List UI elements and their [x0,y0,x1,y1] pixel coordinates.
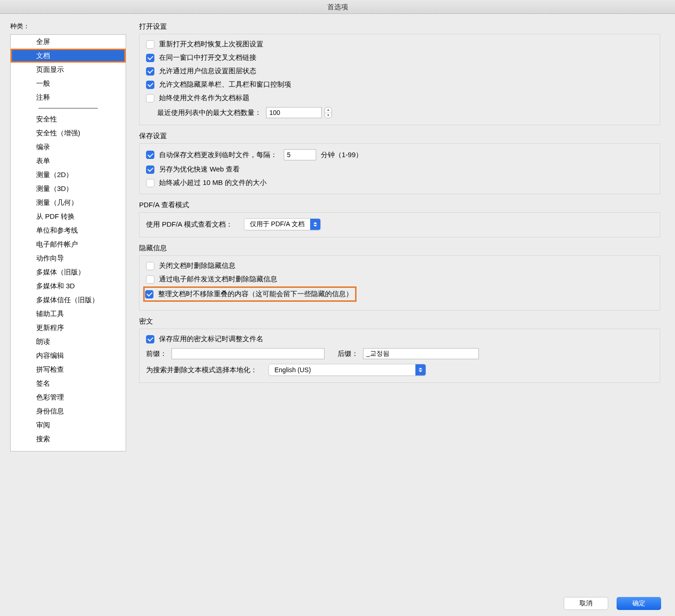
section-redact: 保存应用的密文标记时调整文件名 前缀： 后缀： 为搜索并删除文本模式选择本地化：… [139,329,660,383]
section-redact-title: 密文 [139,317,660,326]
sidebar-item-measure-2d[interactable]: 测量（2D） [11,168,126,182]
section-pdfa: 使用 PDF/A 模式查看文档： 仅用于 PDF/A 文档 [139,212,660,237]
sidebar-item-multimedia-3d[interactable]: 多媒体和 3D [11,279,126,293]
sidebar-divider [38,108,98,108]
sidebar-item-general[interactable]: 一般 [11,76,126,90]
sidebar-item-commenting[interactable]: 注释 [11,90,126,104]
cancel-button[interactable]: 取消 [564,597,608,610]
pdfa-mode-label: 使用 PDF/A 模式查看文档： [146,220,233,229]
chevron-updown-icon [310,219,320,230]
sidebar-item-spelling[interactable]: 拼写检查 [11,362,126,376]
autosave-label: 自动保存文档更改到临时文件，每隔： [159,151,277,159]
sidebar-item-fullscreen[interactable]: 全屏 [11,35,126,49]
overlap-checkbox[interactable] [145,290,153,298]
section-open-title: 打开设置 [139,22,660,31]
overlap-label: 整理文档时不移除重叠的内容（这可能会留下一些隐藏的信息） [158,290,353,298]
recent-docs-input[interactable] [266,107,322,118]
reduce-size-label: 始终减小超过 10 MB 的文件的大小 [159,178,267,187]
sidebar-item-measure-geo[interactable]: 测量（几何） [11,196,126,210]
pdfa-mode-value: 仅用于 PDF/A 文档 [244,220,310,229]
sidebar-item-email[interactable]: 电子邮件帐户 [11,237,126,251]
use-filename-label: 始终使用文件名作为文档标题 [159,94,249,102]
sidebar-item-content-editing[interactable]: 内容编辑 [11,349,126,362]
fast-web-checkbox[interactable] [146,165,154,174]
chevron-updown-icon [415,364,426,375]
sidebar-item-multimedia-trust[interactable]: 多媒体信任（旧版） [11,293,126,307]
sidebar-item-forms[interactable]: 表单 [11,154,126,168]
sidebar-item-convert-from-pdf[interactable]: 从 PDF 转换 [11,210,126,223]
sidebar-item-signatures[interactable]: 签名 [11,376,126,390]
sidebar-item-security[interactable]: 安全性 [11,112,126,126]
cross-doc-checkbox[interactable] [146,54,154,62]
section-open: 重新打开文档时恢复上次视图设置 在同一窗口中打开交叉文档链接 允许通过用户信息设… [139,34,660,125]
pdfa-mode-select[interactable]: 仅用于 PDF/A 文档 [244,218,321,230]
localization-label: 为搜索并删除文本模式选择本地化： [146,366,257,375]
sidebar-item-color[interactable]: 色彩管理 [11,390,126,404]
restore-view-checkbox[interactable] [146,40,154,49]
sidebar-item-reading[interactable]: 朗读 [11,335,126,349]
hide-ui-label: 允许文档隐藏菜单栏、工具栏和窗口控制项 [159,80,291,89]
layer-state-checkbox[interactable] [146,67,154,76]
recent-docs-stepper[interactable]: ▲ ▼ [325,107,332,118]
stepper-down-icon[interactable]: ▼ [325,113,331,118]
sidebar-item-updater[interactable]: 更新程序 [11,321,126,335]
section-save-title: 保存设置 [139,132,660,140]
stepper-up-icon[interactable]: ▲ [325,108,331,113]
sidebar-item-multimedia-legacy[interactable]: 多媒体（旧版） [11,265,126,279]
hide-ui-checkbox[interactable] [146,81,154,89]
use-filename-checkbox[interactable] [146,94,154,102]
categories-label: 种类： [10,22,126,31]
sidebar-item-review[interactable]: 审阅 [11,418,126,432]
adjust-filename-checkbox[interactable] [146,335,154,343]
suffix-label: 后缀： [338,349,358,358]
fast-web-label: 另存为优化快速 Web 查看 [159,165,240,174]
sidebar-item-page-display[interactable]: 页面显示 [11,63,126,76]
adjust-filename-label: 保存应用的密文标记时调整文件名 [159,335,263,343]
cross-doc-label: 在同一窗口中打开交叉文档链接 [159,53,256,62]
section-pdfa-title: PDF/A 查看模式 [139,201,660,210]
hidden-on-close-label: 关闭文档时删除隐藏信息 [159,261,236,270]
suffix-input[interactable] [363,348,479,359]
recent-docs-label: 最近使用列表中的最大文档数量： [157,108,261,117]
prefix-input[interactable] [172,348,325,359]
window-title: 首选项 [0,0,675,14]
section-hidden-title: 隐藏信息 [139,244,660,253]
autosave-suffix: 分钟（1-99） [321,151,363,159]
sidebar-item-action-wizard[interactable]: 动作向导 [11,251,126,265]
categories-list[interactable]: 全屏 文档 页面显示 一般 注释 安全性 安全性（增强) 编录 表单 测量（2D… [10,34,126,451]
hidden-on-email-checkbox[interactable] [146,275,154,284]
autosave-input[interactable] [284,149,316,160]
sidebar-item-security-enhanced[interactable]: 安全性（增强) [11,126,126,140]
sidebar-item-measure-3d[interactable]: 测量（3D） [11,182,126,196]
autosave-checkbox[interactable] [146,151,154,159]
hidden-on-email-label: 通过电子邮件发送文档时删除隐藏信息 [159,275,277,284]
restore-view-label: 重新打开文档时恢复上次视图设置 [159,40,263,49]
prefix-label: 前缀： [146,349,167,358]
layer-state-label: 允许通过用户信息设置图层状态 [159,67,256,76]
sidebar-item-documents[interactable]: 文档 [11,49,126,63]
sidebar-item-units[interactable]: 单位和参考线 [11,223,126,237]
sidebar-item-identity[interactable]: 身份信息 [11,404,126,418]
ok-button[interactable]: 确定 [617,597,661,610]
hidden-on-close-checkbox[interactable] [146,262,154,270]
section-save: 自动保存文档更改到临时文件，每隔： 分钟（1-99） 另存为优化快速 Web 查… [139,143,660,194]
sidebar-item-accessibility[interactable]: 辅助工具 [11,307,126,321]
sidebar-item-catalog[interactable]: 编录 [11,140,126,154]
sidebar-item-search[interactable]: 搜索 [11,432,126,446]
localization-select[interactable]: English (US) [268,364,426,376]
reduce-size-checkbox[interactable] [146,179,154,187]
section-hidden: 关闭文档时删除隐藏信息 通过电子邮件发送文档时删除隐藏信息 整理文档时不移除重叠… [139,255,660,311]
localization-value: English (US) [269,366,415,374]
